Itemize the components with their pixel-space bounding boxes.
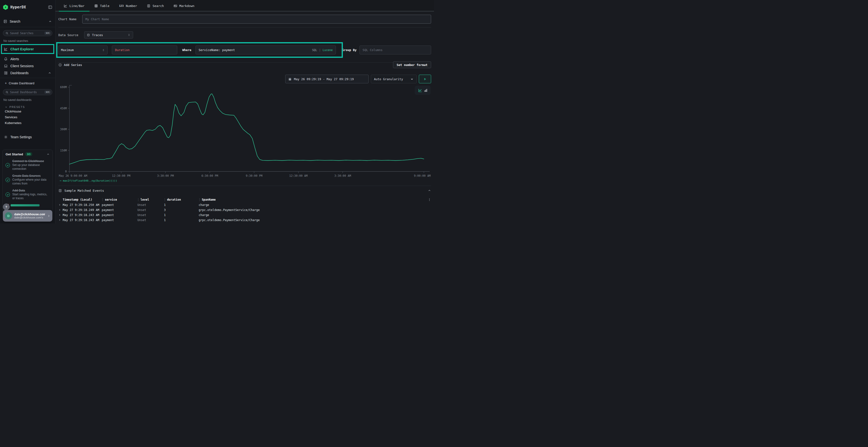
language-toggle-divider: |: [319, 48, 321, 52]
date-range-picker[interactable]: May 26 09:29:19 - May 27 09:29:19: [285, 75, 369, 83]
get-started-item-partial: 🎉: [5, 204, 50, 207]
get-started-item[interactable]: Add Data Start sending logs, metrics, or…: [5, 189, 50, 200]
sidebar: HyperDX Search Saved Searches ⌘K No save: [0, 0, 56, 224]
obscured-text: [10, 204, 39, 206]
check-circle-icon: [5, 193, 10, 197]
column-header[interactable]: SpanName: [202, 198, 216, 201]
saved-searches-input[interactable]: Saved Searches ⌘K: [3, 30, 52, 36]
chevron-up-icon[interactable]: [49, 20, 52, 23]
tab-search[interactable]: Search: [142, 0, 169, 11]
date-range-value: May 26 09:29:19 - May 27 09:29:19: [294, 77, 354, 81]
chart-line-icon: [64, 4, 67, 8]
metric-field-input[interactable]: Duration: [112, 45, 177, 55]
sidebar-item-clickhouse[interactable]: ClickHouse: [2, 108, 53, 114]
divider: [58, 27, 431, 28]
chart-type-toggle: [415, 86, 431, 95]
sidebar-collapse-icon[interactable]: [48, 5, 52, 9]
expand-row-icon[interactable]: [58, 219, 61, 221]
table-cell: 1: [164, 203, 199, 207]
avatar: D: [5, 212, 12, 219]
sidebar-item-dashboards[interactable]: Dashboards: [2, 69, 53, 76]
expand-row-icon[interactable]: [58, 204, 61, 206]
sidebar-item-client-sessions-label: Client Sessions: [10, 64, 34, 68]
play-icon: [424, 77, 427, 81]
table-row[interactable]: May 27 9:29:18.249 AMpaymentUnset3grpc.o…: [58, 207, 431, 212]
data-source-label: Data Source: [58, 33, 79, 37]
group-by-input[interactable]: [360, 45, 431, 55]
table-cell: charge: [199, 203, 427, 207]
collapse-section-icon[interactable]: [428, 189, 431, 192]
laptop-icon: [4, 64, 8, 68]
column-header[interactable]: service: [105, 198, 117, 201]
add-series-button[interactable]: Add Series: [58, 63, 82, 67]
user-menu[interactable]: D dale@clickhouse.com dale@clickhouse.co…: [3, 210, 52, 221]
layout-grid-icon: [4, 71, 8, 75]
tab-markdown[interactable]: Markdown: [169, 0, 199, 11]
column-header[interactable]: duration: [167, 198, 181, 201]
no-saved-dashboards-note: No saved dashboards: [2, 98, 53, 102]
get-started-item[interactable]: Create Data Sources Configure where your…: [5, 174, 50, 185]
create-dashboard-button[interactable]: + Create Dashboard: [2, 80, 53, 86]
sidebar-section-search[interactable]: Search: [2, 18, 53, 25]
lucene-language-toggle[interactable]: Lucene: [322, 48, 333, 52]
series-line: [69, 94, 424, 164]
sidebar-divider: [0, 78, 55, 78]
run-query-button[interactable]: [419, 75, 431, 83]
tab-label: Number: [126, 4, 137, 8]
chevron-up-icon[interactable]: [46, 153, 50, 156]
tab-line-bar[interactable]: Line/Bar: [59, 0, 89, 11]
where-value: ServiceName: payment: [199, 48, 310, 52]
set-number-format-button[interactable]: Set number format: [393, 61, 431, 68]
help-button[interactable]: ?: [3, 204, 10, 210]
aggregation-select[interactable]: Maximum: [58, 45, 107, 55]
where-label: Where: [182, 48, 191, 52]
chevron-right-icon: [47, 214, 51, 217]
expand-row-icon[interactable]: [58, 214, 61, 216]
granularity-select[interactable]: Auto Granularity: [371, 75, 416, 83]
tab-table[interactable]: Table: [89, 0, 114, 11]
chart-name-input[interactable]: [82, 15, 431, 24]
table-cell: payment: [102, 213, 137, 217]
column-header[interactable]: Timestamp (Local): [63, 198, 92, 201]
table-cell: Unset: [137, 213, 164, 217]
legend-label: maxIf(toFloat640..ng(Duration))))): [63, 179, 117, 182]
column-resize-handle[interactable]: ┆: [102, 198, 103, 201]
main-panel: Line/Bar Table 123 Number Search: [56, 0, 434, 224]
sidebar-item-client-sessions[interactable]: Client Sessions: [2, 62, 53, 69]
kebab-menu-icon[interactable]: [428, 198, 431, 201]
sidebar-item-kubernetes[interactable]: Kubernetes: [2, 120, 53, 126]
chart-explorer-annotation-box: Chart Explorer: [1, 44, 54, 54]
get-started-item-title: Add Data: [12, 189, 25, 192]
line-chart-toggle-icon[interactable]: [418, 89, 422, 93]
sidebar-item-alerts[interactable]: Alerts: [2, 56, 53, 62]
timeseries-chart[interactable]: 0150M300M450M600MMay 26 9:00:00 AM12:30:…: [58, 84, 431, 177]
table-cell: 3: [164, 208, 199, 212]
chevron-up-icon[interactable]: [48, 71, 51, 75]
where-input[interactable]: ServiceName: payment SQL | Lucene: [195, 45, 336, 55]
shortcut-badge: ⌘K: [44, 32, 51, 35]
tab-number[interactable]: 123 Number: [114, 0, 142, 11]
table-cell: May 27 9:29:18.243 AM: [63, 218, 102, 222]
expand-row-icon[interactable]: [58, 209, 61, 211]
column-resize-handle[interactable]: ┆: [137, 198, 138, 201]
column-resize-handle[interactable]: ┆: [164, 198, 165, 201]
sidebar-item-chart-explorer[interactable]: Chart Explorer: [2, 45, 53, 53]
table-row[interactable]: May 27 9:29:18.243 AMpaymentUnset1charge: [58, 212, 431, 217]
get-started-item[interactable]: Connect to ClickHouse Set up your databa…: [5, 160, 50, 171]
saved-dashboards-input[interactable]: Saved Dashboards ⌘K: [3, 89, 52, 95]
column-header[interactable]: level: [141, 198, 149, 201]
sidebar-item-team-settings[interactable]: Team Settings: [2, 133, 53, 140]
data-source-select[interactable]: Traces: [84, 31, 133, 38]
table-cell: Unset: [137, 203, 164, 207]
y-axis-tick-label: 450M: [60, 107, 67, 110]
tab-label: Table: [100, 4, 110, 8]
table-row[interactable]: May 27 9:29:18.243 AMpaymentUnset1grpc.o…: [58, 217, 431, 222]
sidebar-item-services[interactable]: Services: [2, 114, 53, 120]
bar-chart-toggle-icon[interactable]: [424, 89, 428, 92]
presets-toggle[interactable]: PRESETS: [2, 105, 53, 108]
column-resize-handle[interactable]: ┆: [199, 198, 200, 201]
get-started-item-desc: Set up your database connection: [12, 163, 50, 171]
table-row[interactable]: May 27 9:29:18.250 AMpaymentUnset1charge: [58, 202, 431, 207]
user-email: dale@clickhouse.com: [14, 213, 45, 216]
sql-language-toggle[interactable]: SQL: [312, 48, 317, 52]
